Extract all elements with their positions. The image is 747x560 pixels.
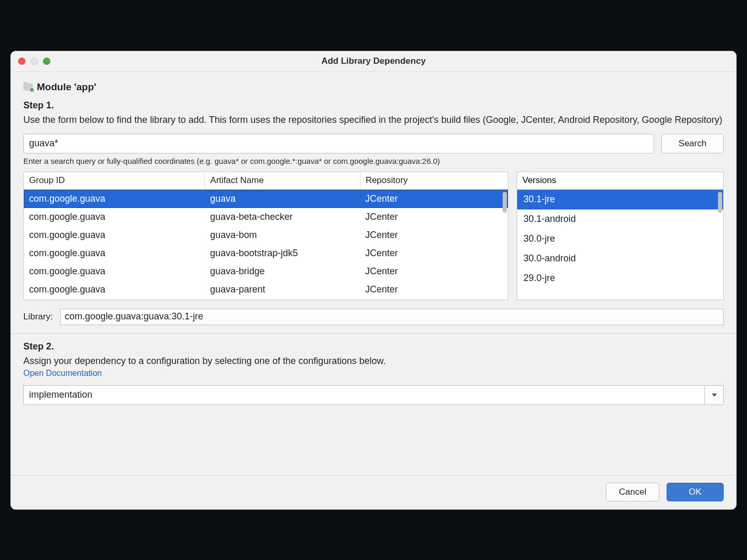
cell-artifact: guava-bootstrap-jdk5	[205, 244, 360, 262]
module-folder-icon	[23, 83, 33, 91]
dialog-content: Module 'app' Step 1. Use the form below …	[11, 72, 736, 475]
cell-group: com.google.guava	[24, 190, 205, 208]
cancel-button[interactable]: Cancel	[606, 483, 659, 501]
module-label: Module 'app'	[37, 81, 96, 93]
versions-table: Versions 30.1-jre30.1-android30.0-jre30.…	[517, 172, 724, 300]
table-row[interactable]: com.google.guavaguava-bootstrap-jdk5JCen…	[24, 244, 508, 262]
titlebar: Add Library Dependency	[11, 51, 736, 72]
table-row[interactable]: com.google.guavaguava-bridgeJCenter	[24, 262, 508, 281]
configuration-row: implementation	[23, 385, 724, 405]
table-row[interactable]: com.google.guavaguava-beta-checkerJCente…	[24, 208, 508, 226]
cell-group: com.google.guava	[24, 281, 205, 299]
col-repository[interactable]: Repository	[361, 172, 508, 189]
col-versions[interactable]: Versions	[517, 172, 723, 190]
cell-artifact: guava-beta-checker	[205, 208, 360, 226]
window-controls	[18, 58, 50, 65]
cell-group: com.google.guava	[24, 208, 205, 226]
results-body: com.google.guavaguavaJCentercom.google.g…	[24, 190, 508, 300]
results-header: Group ID Artifact Name Repository	[24, 172, 508, 190]
results-table: Group ID Artifact Name Repository com.go…	[23, 172, 508, 300]
cell-repo: JCenter	[360, 208, 508, 226]
cell-group: com.google.guava	[24, 262, 205, 281]
library-input[interactable]	[60, 309, 724, 325]
library-row: Library:	[23, 309, 724, 325]
results-area: Group ID Artifact Name Repository com.go…	[23, 172, 724, 300]
versions-body: 30.1-jre30.1-android30.0-jre30.0-android…	[517, 190, 723, 300]
version-row[interactable]: 30.1-jre	[517, 190, 723, 209]
configuration-dropdown-button[interactable]	[705, 385, 724, 405]
results-scrollbar-thumb[interactable]	[503, 192, 507, 213]
search-input[interactable]	[23, 134, 654, 153]
minimize-icon[interactable]	[31, 58, 38, 65]
step2-heading: Step 2.	[23, 341, 724, 352]
search-hint: Enter a search query or fully-qualified …	[23, 157, 724, 165]
cell-artifact: guava-bom	[205, 226, 360, 244]
open-documentation-link[interactable]: Open Documentation	[23, 369, 724, 378]
table-row[interactable]: com.google.guavaguavaJCenter	[24, 190, 508, 208]
cell-artifact: guava-parent	[205, 281, 360, 299]
cell-artifact: guava	[205, 190, 360, 208]
cell-repo: JCenter	[360, 281, 508, 299]
version-row[interactable]: 30.1-android	[517, 209, 723, 229]
cell-repo: JCenter	[360, 262, 508, 281]
col-artifact-name[interactable]: Artifact Name	[205, 172, 360, 189]
cell-repo: JCenter	[360, 244, 508, 262]
zoom-icon[interactable]	[43, 58, 50, 65]
step1-description: Use the form below to find the library t…	[23, 113, 724, 127]
version-row[interactable]: 30.0-jre	[517, 229, 723, 249]
close-icon[interactable]	[18, 58, 25, 65]
col-group-id[interactable]: Group ID	[24, 172, 205, 189]
search-row: Search	[23, 134, 724, 153]
table-row[interactable]: com.google.guavaguava-parentJCenter	[24, 281, 508, 299]
add-library-dialog: Add Library Dependency Module 'app' Step…	[10, 51, 737, 510]
table-row[interactable]: com.google.guavaguava-bomJCenter	[24, 226, 508, 244]
step1-heading: Step 1.	[23, 100, 724, 111]
module-header: Module 'app'	[23, 81, 724, 93]
configuration-select[interactable]: implementation	[23, 385, 705, 405]
dialog-footer: Cancel OK	[11, 475, 736, 509]
app-frame: Add Library Dependency Module 'app' Step…	[0, 0, 747, 560]
ok-button[interactable]: OK	[667, 483, 724, 501]
version-row[interactable]: 30.0-android	[517, 249, 723, 269]
version-row[interactable]: 29.0-jre	[517, 269, 723, 288]
cell-artifact: guava-bridge	[205, 262, 360, 281]
cell-repo: JCenter	[360, 190, 508, 208]
versions-scrollbar-thumb[interactable]	[718, 192, 722, 213]
search-button[interactable]: Search	[661, 134, 724, 153]
cell-repo: JCenter	[360, 226, 508, 244]
cell-group: com.google.guava	[24, 244, 205, 262]
chevron-down-icon	[712, 394, 717, 397]
step2-description: Assign your dependency to a configuratio…	[23, 354, 724, 368]
library-label: Library:	[23, 312, 53, 322]
window-title: Add Library Dependency	[11, 56, 736, 66]
section-divider	[11, 333, 736, 334]
cell-group: com.google.guava	[24, 226, 205, 244]
